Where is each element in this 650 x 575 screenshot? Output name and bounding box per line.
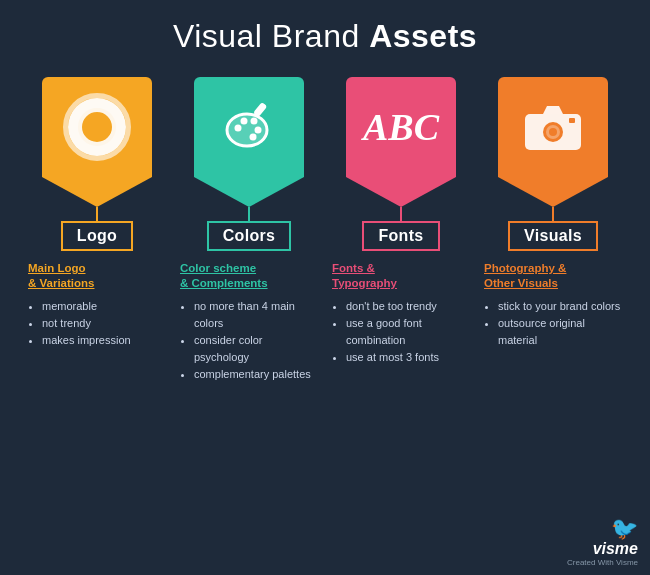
label-badge-logo: Logo [61, 221, 133, 251]
desc-section-visuals: Photography &Other Visualsstick to your … [484, 261, 622, 349]
desc-subtitle-colors: Color scheme& Complements [180, 261, 268, 291]
label-badge-visuals: Visuals [508, 221, 598, 251]
main-page: Visual Brand Assets LogoMain Logo& Varia… [0, 0, 650, 575]
shield-visuals [498, 77, 608, 207]
icon-container-colors [194, 77, 304, 177]
shield-triangle-fonts [346, 177, 456, 207]
desc-subtitle-fonts: Fonts &Typography [332, 261, 397, 291]
desc-section-logo: Main Logo& Variationsmemorablenot trendy… [28, 261, 166, 349]
list-item: not trendy [42, 315, 131, 332]
abc-icon: ABC [363, 105, 439, 149]
svg-point-5 [250, 134, 257, 141]
svg-rect-13 [569, 118, 575, 123]
list-item: don't be too trendy [346, 298, 470, 315]
desc-subtitle-visuals: Photography &Other Visuals [484, 261, 566, 291]
svg-point-12 [549, 128, 557, 136]
svg-point-3 [251, 118, 258, 125]
list-item: use at most 3 fonts [346, 349, 470, 366]
icon-container-logo [42, 77, 152, 177]
list-item: makes impression [42, 332, 131, 349]
desc-section-colors: Color scheme& Complementsno more than 4 … [180, 261, 318, 383]
shield-colors [194, 77, 304, 207]
icon-container-fonts: ABC [346, 77, 456, 177]
shield-fonts: ABC [346, 77, 456, 207]
sun-icon [68, 98, 126, 156]
connector-visuals [552, 207, 554, 221]
icon-container-visuals [498, 77, 608, 177]
connector-colors [248, 207, 250, 221]
cards-row: LogoMain Logo& Variationsmemorablenot tr… [20, 77, 630, 383]
bullet-list-colors: no more than 4 main colorsconsider color… [180, 298, 318, 383]
bullet-list-logo: memorablenot trendymakes impression [28, 298, 131, 349]
card-visuals: VisualsPhotography &Other Visualsstick t… [484, 77, 622, 383]
label-badge-colors: Colors [207, 221, 291, 251]
desc-subtitle-logo: Main Logo& Variations [28, 261, 94, 291]
bullet-list-fonts: don't be too trendyuse a good font combi… [332, 298, 470, 366]
connector-logo [96, 207, 98, 221]
watermark: 🐦 visme Created With Visme [567, 518, 638, 567]
list-item: no more than 4 main colors [194, 298, 318, 332]
watermark-sub: Created With Visme [567, 558, 638, 567]
card-logo: LogoMain Logo& Variationsmemorablenot tr… [28, 77, 166, 383]
shield-triangle-visuals [498, 177, 608, 207]
list-item: memorable [42, 298, 131, 315]
label-badge-fonts: Fonts [362, 221, 439, 251]
svg-point-2 [241, 118, 248, 125]
shield-triangle-colors [194, 177, 304, 207]
palette-icon [220, 98, 278, 156]
card-fonts: ABCFontsFonts &Typographydon't be too tr… [332, 77, 470, 383]
svg-point-1 [235, 125, 242, 132]
card-colors: ColorsColor scheme& Complementsno more t… [180, 77, 318, 383]
desc-section-fonts: Fonts &Typographydon't be too trendyuse … [332, 261, 470, 366]
list-item: outsource original material [498, 315, 622, 349]
list-item: complementary palettes [194, 366, 318, 383]
svg-point-4 [255, 127, 262, 134]
shield-logo [42, 77, 152, 207]
camera-icon [523, 102, 583, 152]
list-item: stick to your brand colors [498, 298, 622, 315]
bullet-list-visuals: stick to your brand colorsoutsource orig… [484, 298, 622, 349]
visme-bird-icon: 🐦 [611, 518, 638, 540]
shield-triangle-logo [42, 177, 152, 207]
list-item: consider color psychology [194, 332, 318, 366]
connector-fonts [400, 207, 402, 221]
list-item: use a good font combination [346, 315, 470, 349]
watermark-logo: visme [593, 540, 638, 558]
page-title: Visual Brand Assets [173, 18, 477, 55]
